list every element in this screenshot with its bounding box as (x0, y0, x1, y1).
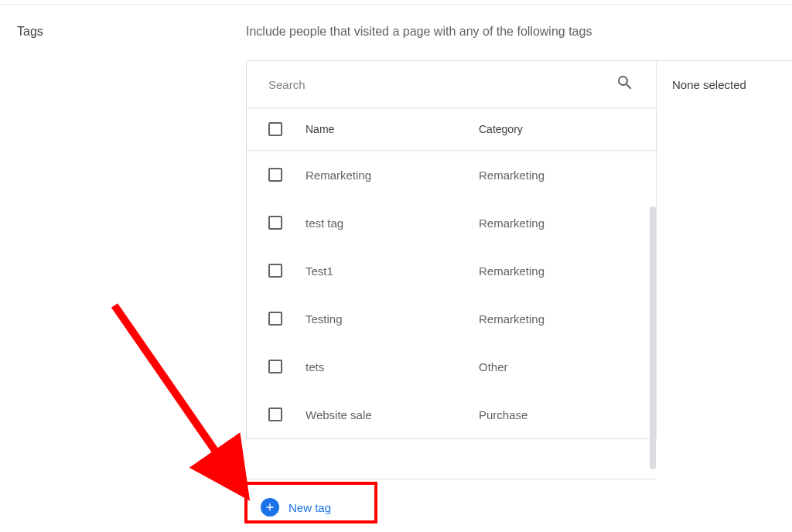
search-icon[interactable] (616, 73, 634, 95)
section-label: Tags (0, 25, 246, 439)
selected-count-label: None selected (672, 78, 746, 91)
row-name: Remarketing (306, 169, 479, 182)
row-checkbox[interactable] (268, 216, 282, 230)
row-checkbox[interactable] (268, 168, 282, 182)
tags-list-panel: Name Category RemarketingRemarketingtest… (246, 60, 656, 439)
column-name[interactable]: Name (306, 123, 479, 135)
table-row[interactable]: tetsOther (247, 343, 656, 390)
table-body: RemarketingRemarketingtest tagRemarketin… (247, 151, 656, 438)
scrollbar-thumb[interactable] (650, 206, 656, 469)
row-checkbox[interactable] (268, 408, 282, 421)
row-name: Test1 (306, 264, 479, 278)
row-name: Testing (306, 312, 479, 326)
row-category: Other (479, 360, 634, 373)
new-tag-button[interactable]: New tag (253, 492, 339, 523)
table-row[interactable]: Website salePurchase (247, 390, 656, 438)
table-row[interactable]: Test1Remarketing (247, 247, 656, 295)
row-name: tets (306, 360, 479, 373)
search-input[interactable] (268, 78, 616, 91)
select-all-checkbox[interactable] (268, 122, 282, 136)
column-category[interactable]: Category (479, 123, 634, 135)
row-checkbox[interactable] (268, 360, 282, 373)
row-name: test tag (306, 217, 479, 230)
row-category: Remarketing (479, 312, 634, 326)
list-bottom-border (246, 479, 656, 479)
row-checkbox[interactable] (268, 312, 282, 326)
table-row[interactable]: TestingRemarketing (247, 295, 656, 343)
table-header: Name Category (247, 108, 656, 151)
row-category: Remarketing (479, 217, 634, 230)
section-description: Include people that visited a page with … (246, 25, 792, 39)
table-row[interactable]: RemarketingRemarketing (247, 151, 656, 199)
new-tag-label: New tag (288, 501, 331, 514)
search-row (247, 61, 656, 108)
row-category: Purchase (479, 408, 634, 421)
row-checkbox[interactable] (268, 264, 282, 278)
row-name: Website sale (306, 408, 479, 421)
table-row[interactable]: test tagRemarketing (247, 199, 656, 247)
selected-panel: None selected (656, 60, 792, 439)
row-category: Remarketing (479, 169, 634, 182)
row-category: Remarketing (479, 264, 634, 278)
plus-icon (261, 498, 279, 517)
